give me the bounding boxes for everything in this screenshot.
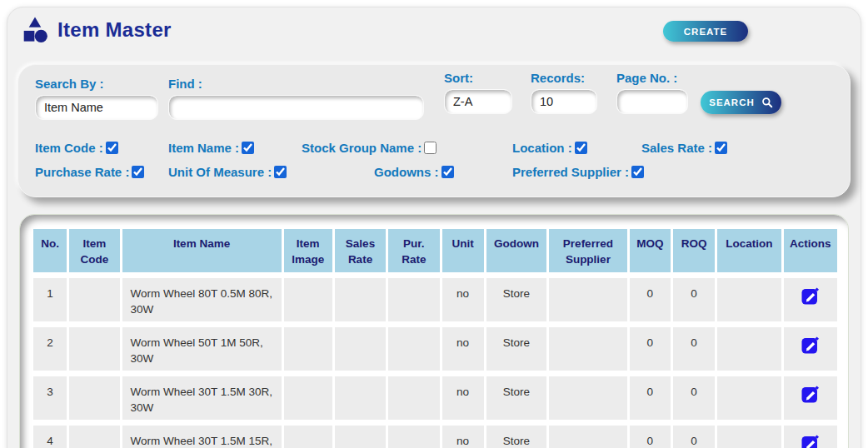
column-header: Pur. Rate [388, 229, 439, 272]
cell-location [717, 376, 781, 420]
checkbox-label: Item Code : [35, 141, 103, 155]
cell-item-name: Worm Wheel 30T 1.5M 30R, 30W [122, 376, 282, 420]
cell-preferred-supplier [549, 327, 627, 371]
cell-actions [784, 376, 837, 420]
column-header: Location [717, 229, 781, 272]
edit-button[interactable] [801, 335, 821, 355]
cell-preferred-supplier [549, 278, 627, 321]
column-header: Actions [784, 229, 837, 272]
cell-item-image [284, 278, 332, 321]
column-header: No. [33, 229, 67, 272]
preferred-supplier-checkbox[interactable] [631, 166, 644, 178]
purchase-rate-checkbox[interactable] [132, 166, 144, 178]
cell-item-code [69, 278, 119, 321]
cell-preferred-supplier [549, 426, 627, 448]
cell-unit: no [442, 278, 484, 321]
cell-location [717, 426, 781, 448]
search-by-label: Search By : [35, 77, 104, 91]
cell-item-image [284, 426, 332, 448]
search-button-label: SEARCH [709, 97, 755, 107]
cell-unit: no [442, 426, 484, 448]
edit-button[interactable] [801, 384, 821, 404]
filter-panel: Search By : Find : Sort: Records: Page N… [17, 64, 851, 197]
shapes-icon [19, 14, 51, 46]
filter-checkbox-godowns[interactable]: Godowns : [374, 163, 454, 180]
cell-no: 4 [33, 426, 67, 448]
filter-checkbox-item-code[interactable]: Item Code : [35, 139, 118, 156]
item-code-checkbox[interactable] [106, 142, 118, 154]
cell-sales-rate [335, 426, 386, 448]
cell-godown: Store [486, 426, 546, 448]
cell-sales-rate [335, 327, 386, 371]
filter-checkbox-location[interactable]: Location : [512, 139, 587, 156]
cell-item-code [69, 376, 119, 420]
godowns-checkbox[interactable] [441, 166, 454, 178]
checkbox-label: Location : [512, 141, 572, 155]
cell-roq: 0 [673, 278, 715, 321]
search-button[interactable]: SEARCH [701, 91, 781, 114]
checkbox-label: Stock Group Name : [302, 141, 422, 155]
table-header-row: No.Item CodeItem NameItem ImageSales Rat… [33, 229, 837, 272]
column-header: Item Code [69, 229, 119, 272]
page-title: Item Master [57, 18, 172, 42]
column-header: MOQ [630, 229, 671, 272]
stock-group-name-checkbox[interactable] [424, 142, 436, 154]
cell-unit: no [442, 327, 484, 371]
sales-rate-checkbox[interactable] [715, 142, 727, 154]
edit-button[interactable] [801, 286, 821, 306]
cell-moq: 0 [630, 327, 671, 371]
cell-item-name: Worm Wheel 50T 1M 50R, 30W [122, 327, 282, 371]
cell-roq: 0 [673, 426, 715, 448]
cell-no: 2 [33, 327, 67, 371]
edit-pencil-square-icon [801, 335, 821, 355]
cell-actions [784, 278, 837, 321]
cell-no: 1 [33, 278, 67, 321]
filter-checkbox-sales-rate[interactable]: Sales Rate : [641, 139, 727, 156]
sort-input[interactable] [444, 89, 512, 114]
main-card: Item Master CREATE Search By : Find : So… [7, 7, 861, 448]
column-header: ROQ [673, 229, 715, 272]
cell-pur-rate [388, 278, 439, 321]
cell-preferred-supplier [549, 376, 627, 420]
cell-sales-rate [335, 376, 386, 420]
edit-button[interactable] [801, 433, 821, 448]
cell-roq: 0 [673, 376, 715, 420]
checkbox-label: Unit Of Measure : [168, 165, 272, 179]
create-button[interactable]: CREATE [663, 21, 748, 42]
cell-godown: Store [486, 327, 546, 371]
cell-item-image [284, 327, 332, 371]
search-by-input[interactable] [35, 95, 158, 120]
page-no-input[interactable] [616, 89, 688, 114]
table-row: 3Worm Wheel 30T 1.5M 30R, 30WnoStore00 [33, 376, 837, 420]
search-icon [761, 97, 773, 108]
records-input[interactable] [531, 89, 597, 114]
cell-pur-rate [388, 426, 439, 448]
cell-godown: Store [486, 278, 546, 321]
table-row: 2Worm Wheel 50T 1M 50R, 30WnoStore00 [33, 327, 837, 371]
item-name-checkbox[interactable] [242, 142, 254, 154]
edit-pencil-square-icon [801, 384, 821, 404]
cell-roq: 0 [673, 327, 715, 371]
filter-checkbox-stock-group-name[interactable]: Stock Group Name : [302, 139, 436, 156]
location-checkbox[interactable] [575, 142, 587, 154]
cell-no: 3 [33, 376, 67, 420]
records-label: Records: [531, 71, 585, 85]
filter-checkbox-unit-of-measure[interactable]: Unit Of Measure : [168, 163, 287, 180]
checkbox-label: Godowns : [374, 165, 439, 179]
filter-checkbox-purchase-rate[interactable]: Purchase Rate : [35, 163, 144, 180]
cell-location [717, 278, 781, 321]
filter-checkbox-item-name[interactable]: Item Name : [168, 139, 254, 156]
unit-of-measure-checkbox[interactable] [274, 166, 287, 178]
checkbox-label: Sales Rate : [641, 141, 712, 155]
find-input[interactable] [168, 95, 424, 120]
item-master-screen: Item Master CREATE Search By : Find : So… [0, 0, 868, 448]
table-row: 4Worm Wheel 30T 1.5M 15R,noStore00 [33, 426, 837, 448]
cell-location [717, 327, 781, 371]
checkbox-label: Purchase Rate : [35, 165, 129, 179]
table-row: 1Worm Wheel 80T 0.5M 80R, 30WnoStore00 [33, 278, 837, 321]
page-no-label: Page No. : [616, 71, 677, 85]
cell-pur-rate [388, 327, 439, 371]
filter-checkbox-preferred-supplier[interactable]: Preferred Supplier : [512, 163, 644, 180]
items-table-panel: No.Item CodeItem NameItem ImageSales Rat… [19, 214, 849, 448]
find-label: Find : [168, 77, 202, 91]
